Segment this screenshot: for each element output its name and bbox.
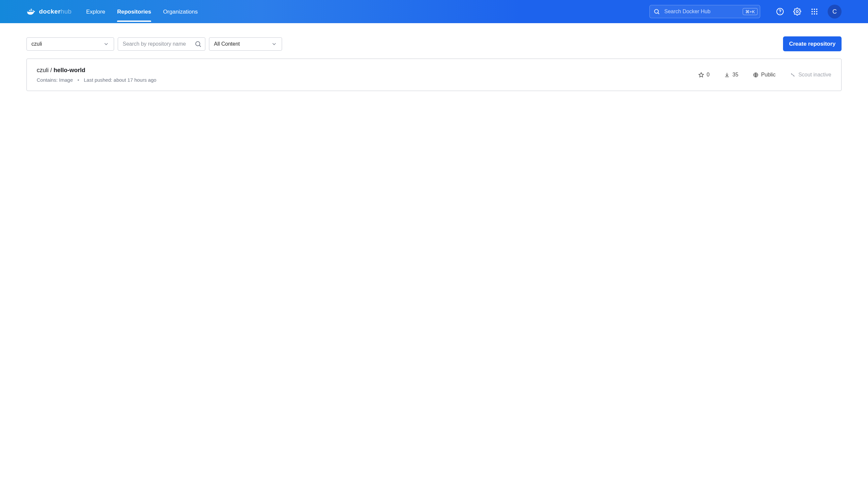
svg-line-1 xyxy=(658,13,659,14)
search-icon xyxy=(653,8,660,15)
nav-explore[interactable]: Explore xyxy=(86,1,105,22)
star-icon xyxy=(699,72,704,78)
repo-scout-status: Scout inactive xyxy=(790,72,831,78)
svg-point-9 xyxy=(814,11,815,12)
svg-point-13 xyxy=(816,13,817,15)
content-filter-value: All Content xyxy=(214,41,240,47)
nav-repositories[interactable]: Repositories xyxy=(117,1,151,22)
apps-grid-icon xyxy=(811,8,818,16)
svg-point-11 xyxy=(812,13,813,15)
svg-marker-16 xyxy=(699,72,704,77)
docker-hub-logo[interactable]: dockerhub xyxy=(26,7,72,16)
repo-title: czuli / hello-world xyxy=(37,67,699,74)
repo-owner: czuli xyxy=(37,67,49,73)
scout-inactive-icon xyxy=(790,72,796,78)
chevron-down-icon xyxy=(271,41,277,47)
help-icon xyxy=(776,8,784,16)
repo-search-input[interactable] xyxy=(123,41,194,47)
nav-organizations[interactable]: Organizations xyxy=(163,1,198,22)
repo-visibility: Public xyxy=(753,72,776,78)
repo-name: hello-world xyxy=(54,67,85,73)
svg-point-10 xyxy=(816,11,817,12)
namespace-select[interactable]: czuli xyxy=(26,38,114,51)
svg-point-7 xyxy=(816,8,817,10)
repo-card[interactable]: czuli / hello-world Contains: Image • La… xyxy=(26,58,842,91)
repo-card-main: czuli / hello-world Contains: Image • La… xyxy=(37,67,699,83)
svg-point-6 xyxy=(814,8,815,10)
settings-button[interactable] xyxy=(793,8,801,16)
search-icon[interactable] xyxy=(194,40,202,48)
svg-point-0 xyxy=(654,9,658,13)
svg-point-12 xyxy=(814,13,815,15)
repo-stars: 0 xyxy=(699,72,710,78)
search-shortcut-badge: ⌘+K xyxy=(743,8,758,15)
repo-pulls: 35 xyxy=(724,72,738,78)
content-filter-select[interactable]: All Content xyxy=(209,38,282,51)
gear-icon xyxy=(793,8,801,16)
chevron-down-icon xyxy=(103,41,109,47)
repo-list: czuli / hello-world Contains: Image • La… xyxy=(26,58,842,91)
apps-button[interactable] xyxy=(811,8,818,16)
account-avatar[interactable]: C xyxy=(828,5,842,19)
create-repository-button[interactable]: Create repository xyxy=(783,36,842,51)
globe-icon xyxy=(753,72,759,78)
download-icon xyxy=(724,72,730,78)
svg-point-5 xyxy=(812,8,813,10)
repositories-page: czuli All Content Create repository czul… xyxy=(0,23,868,104)
svg-line-15 xyxy=(200,45,201,47)
primary-nav: Explore Repositories Organizations xyxy=(86,1,198,22)
svg-point-4 xyxy=(796,10,798,13)
repo-search-wrap xyxy=(118,38,205,51)
global-search-wrap: ⌘+K xyxy=(650,5,760,18)
namespace-value: czuli xyxy=(31,41,42,47)
logo-text: dockerhub xyxy=(39,8,72,15)
svg-point-8 xyxy=(812,11,813,12)
help-button[interactable] xyxy=(776,8,784,16)
svg-point-14 xyxy=(196,41,200,46)
svg-point-3 xyxy=(780,13,780,14)
docker-whale-icon xyxy=(26,7,36,16)
main-header: dockerhub Explore Repositories Organizat… xyxy=(0,0,868,23)
repo-subtitle: Contains: Image • Last pushed: about 17 … xyxy=(37,77,699,83)
repo-toolbar: czuli All Content Create repository xyxy=(26,36,842,51)
repo-stats: 0 35 Public Scout inactive xyxy=(699,72,831,78)
